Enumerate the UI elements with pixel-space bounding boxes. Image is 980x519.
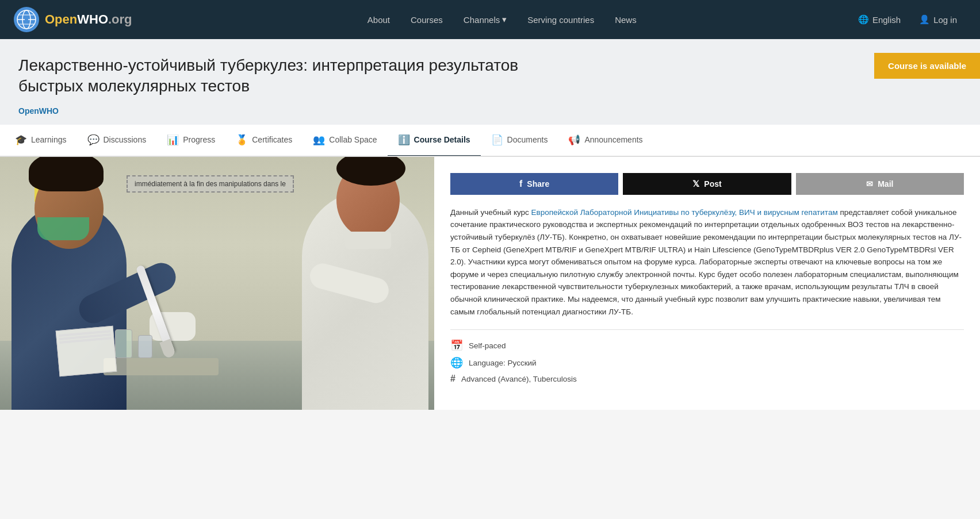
facebook-icon: f	[519, 179, 522, 189]
discussions-icon: 💬	[87, 134, 99, 146]
tabs-bar: 🎓 Learnings 💬 Discussions 📊 Progress 🏅 C…	[0, 125, 980, 157]
announcements-icon: 📢	[568, 134, 580, 146]
course-available-button[interactable]: Course is available	[874, 53, 980, 79]
who-logo-icon	[14, 7, 39, 32]
course-author[interactable]: OpenWHO	[18, 106, 59, 116]
language-icon: 🌐	[450, 356, 463, 369]
main-content: immédiatement à la fin des manipulations…	[0, 157, 980, 410]
twitter-icon: 𝕏	[692, 179, 699, 189]
course-meta: 📅 Self-paced 🌐 Language: Русский # Advan…	[450, 339, 964, 384]
mail-share-button[interactable]: ✉ Mail	[796, 173, 964, 195]
right-panel: f Share 𝕏 Post ✉ Mail Данный учебный кур…	[434, 157, 980, 410]
tab-discussions[interactable]: 💬 Discussions	[77, 125, 157, 157]
nav-right: 🌐 English 👤 Log in	[849, 0, 966, 39]
svg-point-5	[25, 18, 28, 21]
learnings-icon: 🎓	[15, 134, 27, 146]
nav-courses[interactable]: Courses	[400, 0, 453, 39]
meta-self-paced: 📅 Self-paced	[450, 339, 964, 352]
nav-links: About Courses Channels ▾ Serving countri…	[155, 0, 849, 39]
mail-icon: ✉	[866, 179, 873, 189]
collab-icon: 👥	[313, 134, 325, 146]
hero-section: Лекарственно-устойчивый туберкулез: инте…	[0, 39, 980, 125]
tab-announcements[interactable]: 📢 Announcements	[558, 125, 653, 157]
tab-documents[interactable]: 📄 Documents	[481, 125, 558, 157]
facebook-share-button[interactable]: f Share	[450, 173, 618, 195]
twitter-share-button[interactable]: 𝕏 Post	[623, 173, 791, 195]
nav-channels[interactable]: Channels ▾	[453, 0, 517, 39]
language-selector[interactable]: 🌐 English	[849, 0, 910, 39]
course-title: Лекарственно-устойчивый туберкулез: инте…	[18, 55, 536, 97]
tab-learnings[interactable]: 🎓 Learnings	[5, 125, 77, 157]
divider	[450, 329, 964, 330]
logo[interactable]: OpenWHO.org	[14, 7, 132, 32]
initiative-link[interactable]: Европейской Лабораторной Инициативы по т…	[531, 208, 838, 217]
meta-tags: # Advanced (Avancé), Tuberculosis	[450, 374, 964, 384]
meta-language: 🌐 Language: Русский	[450, 356, 964, 369]
calendar-icon: 📅	[450, 339, 463, 352]
chevron-down-icon: ▾	[502, 14, 507, 25]
certificates-icon: 🏅	[236, 134, 248, 146]
nav-about[interactable]: About	[357, 0, 400, 39]
login-button[interactable]: 👤 Log in	[910, 0, 966, 39]
hashtag-icon: #	[450, 374, 455, 384]
nav-serving-countries[interactable]: Serving countries	[517, 0, 604, 39]
progress-icon: 📊	[167, 134, 179, 146]
course-image: immédiatement à la fin des manipulations…	[0, 157, 434, 410]
documents-icon: 📄	[491, 134, 503, 146]
tab-certificates[interactable]: 🏅 Certificates	[225, 125, 303, 157]
nav-news[interactable]: News	[604, 0, 647, 39]
tab-progress[interactable]: 📊 Progress	[156, 125, 225, 157]
logo-text: OpenWHO.org	[45, 12, 132, 27]
course-details-icon: ℹ️	[398, 134, 410, 146]
share-buttons: f Share 𝕏 Post ✉ Mail	[450, 173, 964, 195]
navbar: OpenWHO.org About Courses Channels ▾ Ser…	[0, 0, 980, 39]
course-description: Данный учебный курс Европейской Лаборато…	[450, 206, 964, 318]
tab-collab-space[interactable]: 👥 Collab Space	[303, 125, 387, 157]
tab-course-details[interactable]: ℹ️ Course Details	[388, 125, 481, 157]
lab-scene: immédiatement à la fin des manipulations…	[0, 157, 434, 410]
globe-icon: 🌐	[858, 14, 869, 25]
user-icon: 👤	[919, 14, 930, 25]
